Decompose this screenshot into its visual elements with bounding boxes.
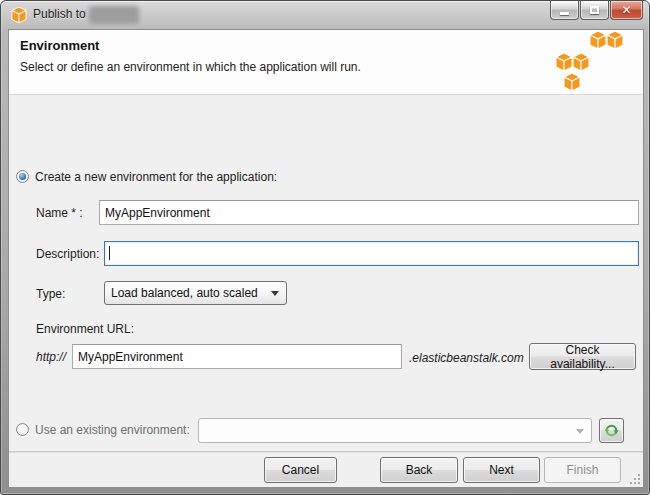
minimize-button[interactable] <box>550 1 579 20</box>
back-button[interactable]: Back <box>380 457 458 483</box>
next-button[interactable]: Next <box>463 457 540 483</box>
publish-dialog-window: Publish to ✕ Environment Select or defin… <box>0 0 650 495</box>
page-subtitle: Select or define an environment in which… <box>20 60 361 74</box>
type-label: Type: <box>36 287 65 301</box>
aws-beanstalk-logo <box>550 31 640 93</box>
existing-environment-radio[interactable] <box>16 423 29 436</box>
existing-environment-label: Use an existing environment: <box>35 423 190 437</box>
cancel-button[interactable]: Cancel <box>264 457 337 483</box>
url-prefix: http:// <box>36 350 66 364</box>
refresh-environments-button[interactable] <box>599 418 624 443</box>
maximize-icon <box>590 6 599 14</box>
create-environment-radio[interactable] <box>16 170 29 183</box>
chevron-down-icon <box>576 429 584 434</box>
type-dropdown[interactable]: Load balanced, auto scaled <box>104 281 287 305</box>
environment-url-input[interactable] <box>72 344 402 369</box>
title-bar[interactable]: Publish to ✕ <box>1 1 649 29</box>
form-area: Create a new environment for the applica… <box>9 96 643 452</box>
existing-environment-dropdown[interactable] <box>198 418 592 443</box>
description-input[interactable] <box>104 241 639 266</box>
page-title: Environment <box>20 38 99 53</box>
redacted-title-text <box>89 6 139 24</box>
close-button[interactable]: ✕ <box>610 1 643 20</box>
resize-grip-icon[interactable] <box>628 472 640 484</box>
refresh-icon <box>604 423 619 438</box>
type-dropdown-value: Load balanced, auto scaled <box>111 286 258 300</box>
chevron-down-icon <box>271 291 279 296</box>
button-bar: Cancel Back Next Finish <box>9 452 643 487</box>
aws-cube-icon <box>11 7 27 23</box>
text-caret <box>109 246 110 260</box>
create-environment-label: Create a new environment for the applica… <box>35 170 277 184</box>
environment-url-label: Environment URL: <box>36 322 134 336</box>
maximize-button[interactable] <box>580 1 609 20</box>
description-label: Description: <box>36 247 99 261</box>
url-suffix: .elasticbeanstalk.com <box>409 351 524 365</box>
window-title: Publish to <box>33 7 86 21</box>
check-availability-button[interactable]: Check availability... <box>529 343 636 370</box>
close-icon: ✕ <box>621 4 631 16</box>
finish-button[interactable]: Finish <box>544 457 621 483</box>
dialog-body: Environment Select or define an environm… <box>8 29 644 488</box>
name-label: Name * : <box>36 206 83 220</box>
minimize-icon <box>560 12 569 15</box>
name-input[interactable] <box>99 200 639 225</box>
wizard-header: Environment Select or define an environm… <box>9 30 643 95</box>
